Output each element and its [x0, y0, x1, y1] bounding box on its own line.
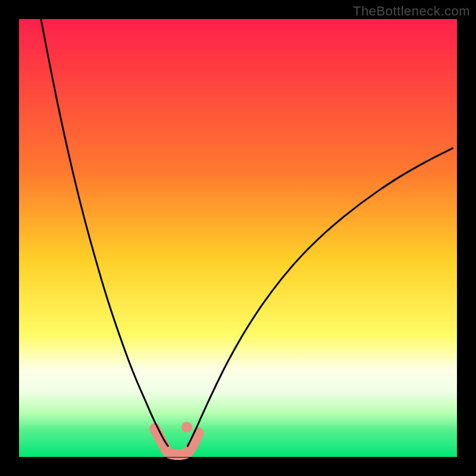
chart-stage: TheBottleneck.com: [0, 0, 476, 476]
bottleneck-chart: [0, 0, 476, 476]
watermark-text: TheBottleneck.com: [353, 4, 470, 19]
u-curve-dot: [181, 422, 192, 433]
gradient-background: [19, 19, 457, 457]
